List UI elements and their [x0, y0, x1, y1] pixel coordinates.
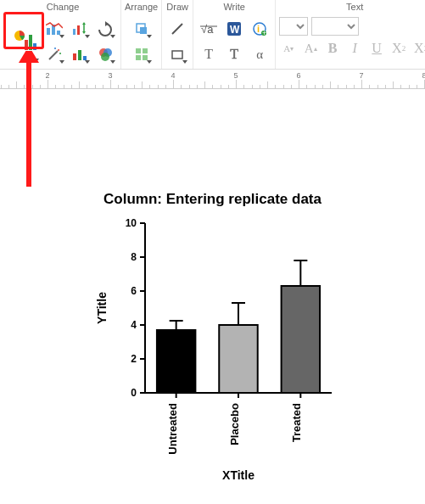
- subscript-button[interactable]: X2: [411, 39, 425, 58]
- bar-style-button[interactable]: [42, 17, 66, 41]
- svg-rect-1: [25, 40, 28, 50]
- group-write: Write √a W i+ T T α: [193, 0, 276, 69]
- group-change-title: Change: [47, 0, 80, 17]
- font-size-select[interactable]: [311, 17, 359, 36]
- svg-rect-21: [140, 27, 147, 34]
- chart-title: Column: Entering replicate data: [0, 191, 425, 208]
- svg-text:0: 0: [131, 387, 137, 399]
- svg-rect-4: [47, 28, 50, 35]
- group-change: Change: [5, 0, 121, 69]
- color-scheme-button[interactable]: [93, 42, 117, 66]
- group-text-title: Text: [346, 0, 363, 17]
- svg-point-19: [101, 53, 109, 61]
- bar: [156, 330, 194, 393]
- text-T-outline-button[interactable]: T: [222, 42, 246, 66]
- font-smaller-button[interactable]: A▾: [279, 39, 298, 58]
- font-larger-button[interactable]: A▴: [301, 39, 320, 58]
- svg-rect-22: [136, 48, 141, 53]
- alpha-button[interactable]: α: [248, 42, 271, 66]
- svg-text:√a: √a: [201, 23, 214, 36]
- svg-text:Treated: Treated: [290, 403, 303, 442]
- line-tool-button[interactable]: [165, 17, 189, 41]
- text-T-button[interactable]: T: [197, 42, 221, 66]
- insert-object-button[interactable]: i+: [248, 17, 271, 41]
- group-draw: Draw: [162, 0, 193, 69]
- svg-text:6: 6: [131, 285, 137, 297]
- ruler: 123456789: [0, 70, 425, 89]
- svg-point-9: [59, 53, 61, 54]
- italic-button[interactable]: I: [345, 39, 364, 58]
- svg-rect-3: [33, 43, 36, 50]
- swap-axes-button[interactable]: [68, 17, 92, 41]
- svg-text:i: i: [257, 24, 260, 34]
- rotate-button[interactable]: [93, 17, 117, 41]
- bar-chart: 0246810UntreatedPlaceboTreatedXTitleYTit…: [86, 215, 340, 486]
- align-button[interactable]: [130, 42, 154, 66]
- bar: [281, 286, 319, 393]
- group-arrange-title: Arrange: [125, 0, 158, 17]
- svg-text:8: 8: [131, 251, 137, 263]
- svg-text:+: +: [262, 29, 266, 36]
- svg-text:Placebo: Placebo: [228, 403, 241, 445]
- sqrt-button[interactable]: √a: [197, 17, 221, 41]
- svg-point-10: [54, 48, 56, 49]
- ribbon-toolbar: Change: [0, 0, 425, 70]
- bring-front-button[interactable]: [130, 17, 154, 41]
- x-axis-title: XTitle: [222, 468, 254, 482]
- svg-point-8: [58, 49, 59, 51]
- svg-text:2: 2: [131, 353, 137, 365]
- svg-line-26: [172, 24, 182, 34]
- svg-line-7: [49, 51, 58, 59]
- svg-text:W: W: [230, 24, 240, 36]
- svg-text:4: 4: [131, 319, 137, 331]
- svg-text:Untreated: Untreated: [165, 403, 178, 455]
- svg-rect-16: [83, 56, 87, 60]
- svg-rect-14: [73, 53, 76, 60]
- superscript-button[interactable]: X2: [389, 39, 408, 58]
- svg-text:10: 10: [125, 217, 137, 229]
- svg-rect-6: [57, 31, 60, 35]
- bold-button[interactable]: B: [323, 39, 342, 58]
- font-family-select[interactable]: [279, 17, 308, 36]
- group-write-title: Write: [223, 0, 244, 17]
- svg-rect-23: [143, 48, 148, 53]
- y-axis-title: YTitle: [95, 292, 109, 324]
- color-bars-button[interactable]: [68, 42, 92, 66]
- word-button[interactable]: W: [222, 17, 246, 41]
- svg-rect-15: [78, 50, 81, 60]
- magic-style-button[interactable]: [42, 42, 66, 66]
- svg-rect-24: [136, 55, 141, 60]
- chart-type-button[interactable]: [8, 17, 41, 64]
- underline-button[interactable]: U: [367, 39, 386, 58]
- group-draw-title: Draw: [166, 0, 188, 17]
- bar: [219, 325, 257, 393]
- group-text: Text A▾ A▴ B I U X2 X2: [276, 0, 425, 69]
- svg-rect-11: [73, 29, 75, 35]
- svg-rect-25: [143, 55, 148, 60]
- svg-rect-2: [29, 35, 32, 50]
- svg-rect-12: [77, 25, 80, 35]
- group-arrange: Arrange: [121, 0, 162, 69]
- svg-rect-27: [172, 51, 182, 59]
- shape-tool-button[interactable]: [165, 42, 189, 66]
- chart-area: Column: Entering replicate data 0246810U…: [0, 191, 425, 490]
